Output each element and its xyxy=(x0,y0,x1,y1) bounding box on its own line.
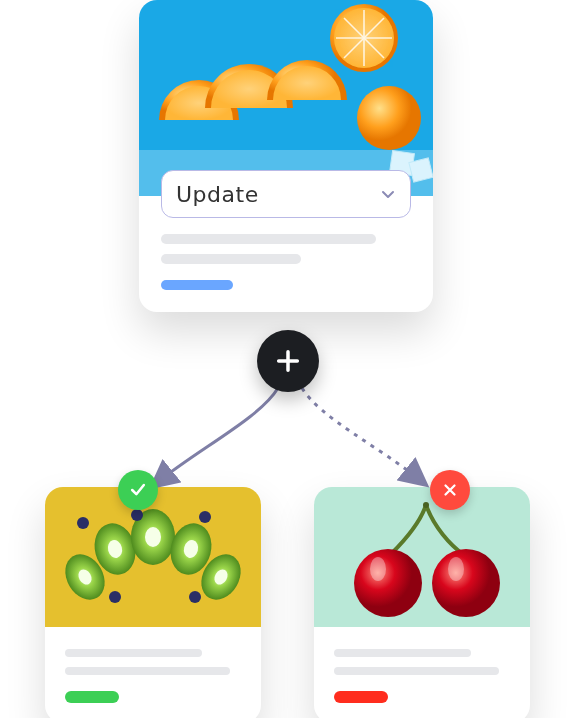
plus-icon xyxy=(274,347,302,375)
accent-pill xyxy=(65,691,119,703)
update-select-label: Update xyxy=(176,182,259,207)
svg-point-26 xyxy=(189,591,201,603)
update-select[interactable]: Update xyxy=(161,170,411,218)
image-kiwi-slices xyxy=(45,487,261,627)
placeholder-line xyxy=(334,649,471,657)
placeholder-text-lines xyxy=(65,649,241,675)
close-icon xyxy=(441,481,459,499)
svg-point-30 xyxy=(432,549,500,617)
placeholder-line xyxy=(65,649,202,657)
placeholder-line xyxy=(334,667,499,675)
accepted-card xyxy=(45,487,261,718)
svg-point-32 xyxy=(448,557,464,581)
image-orange-slices xyxy=(139,0,433,196)
check-icon xyxy=(128,480,148,500)
branch-arrows xyxy=(110,378,460,508)
svg-point-31 xyxy=(370,557,386,581)
status-badge-accepted xyxy=(118,470,158,510)
placeholder-line xyxy=(161,254,301,264)
svg-point-22 xyxy=(77,517,89,529)
svg-point-29 xyxy=(354,549,422,617)
chevron-down-icon xyxy=(380,186,396,202)
accent-pill xyxy=(161,280,233,290)
svg-point-24 xyxy=(199,511,211,523)
card-body xyxy=(45,627,261,718)
svg-point-7 xyxy=(357,86,421,150)
branch-node[interactable] xyxy=(257,330,319,392)
arrow-to-rejected xyxy=(302,388,420,480)
placeholder-text-lines xyxy=(161,234,411,264)
svg-point-25 xyxy=(109,591,121,603)
rejected-card xyxy=(314,487,530,718)
card-body: Update xyxy=(139,196,433,312)
image-cherries xyxy=(314,487,530,627)
placeholder-text-lines xyxy=(334,649,510,675)
status-badge-rejected xyxy=(430,470,470,510)
svg-point-17 xyxy=(145,527,161,547)
diagram-stage: Update xyxy=(0,0,570,718)
source-card: Update xyxy=(139,0,433,312)
card-body xyxy=(314,627,530,718)
accent-pill xyxy=(334,691,388,703)
svg-rect-27 xyxy=(314,487,530,627)
svg-point-23 xyxy=(131,509,143,521)
placeholder-line xyxy=(161,234,376,244)
arrow-to-accepted xyxy=(158,388,278,482)
placeholder-line xyxy=(65,667,230,675)
